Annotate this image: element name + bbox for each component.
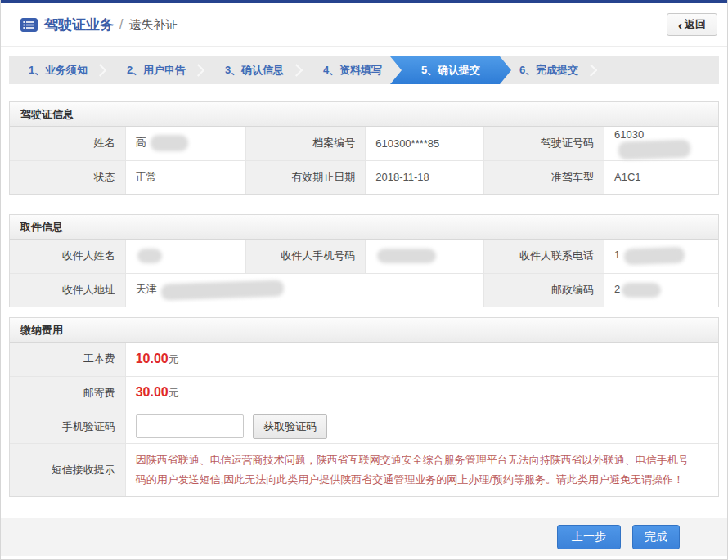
finish-button[interactable]: 完成 [632,525,680,549]
field-label-recipient-mobile: 收件人手机号码 [245,240,365,273]
breadcrumb-divider: / [119,17,123,32]
redacted-value [618,139,691,159]
field-value-expiry-date: 2018-11-18 [366,160,484,194]
list-icon [20,18,38,32]
pickup-info-table: 收件人姓名 收件人手机号码 收件人联系电话 1 收件人地址 天津 邮政编码 2 [10,240,718,307]
redacted-value [160,280,284,300]
field-value-recipient-phone: 1 [604,240,718,273]
step-3-confirm-info: 3、确认信息 [205,56,303,84]
redacted-value [151,135,188,151]
field-value-postage-fee: 30.00元 [125,376,718,410]
payment-section: 缴纳费用 工本费 10.00元 邮寄费 30.00元 手机验证码 获取验证码 短… [9,317,719,497]
table-row: 姓名 高 档案编号 610300****85 驾驶证号码 61030 [10,127,718,160]
table-row: 收件人地址 天津 邮政编码 2 [10,273,718,307]
fee-unit: 元 [169,387,179,399]
table-row: 工本费 10.00元 [10,343,718,376]
page-panel: 驾驶证业务 / 遗失补证 ‹ 返回 1、业务须知 2、用户申告 3、确认信息 4… [0,0,728,560]
field-label-recipient-phone: 收件人联系电话 [483,240,604,273]
wizard-steps: 1、业务须知 2、用户申告 3、确认信息 4、资料填写 5、确认提交 6、完成提… [9,56,719,84]
table-row: 邮寄费 30.00元 [10,376,718,410]
field-label-recipient-name: 收件人姓名 [10,240,125,273]
field-value-license-number: 61030 [604,127,718,160]
chevron-left-icon: ‹ [678,19,682,31]
field-value-recipient-mobile [366,240,484,273]
field-value-production-fee: 10.00元 [125,343,718,376]
action-footer: 上一步 完成 [1,518,727,556]
field-label-name: 姓名 [10,127,125,160]
field-label-postal-code: 邮政编码 [483,273,604,307]
step-4-fill-data: 4、资料填写 [303,56,402,84]
back-button[interactable]: ‹ 返回 [667,13,717,36]
field-label-recipient-address: 收件人地址 [10,273,125,307]
get-sms-code-button[interactable]: 获取验证码 [253,414,327,439]
license-info-table: 姓名 高 档案编号 610300****85 驾驶证号码 61030 状态 正常… [10,127,718,194]
field-value-file-number: 610300****85 [366,127,484,160]
license-info-section: 驾驶证信息 姓名 高 档案编号 610300****85 驾驶证号码 61030… [9,101,719,195]
back-button-label: 返回 [685,17,706,32]
field-label-status: 状态 [10,160,125,194]
field-label-license-number: 驾驶证号码 [483,127,604,160]
fee-unit: 元 [169,353,179,365]
field-value-recipient-name [125,240,245,273]
redacted-value [137,249,162,263]
pickup-section-title: 取件信息 [10,215,718,240]
previous-step-button[interactable]: 上一步 [557,525,621,549]
redacted-value [622,283,661,298]
sms-notice-text: 因陕西省联通、电信运营商技术问题，陕西省互联网交通安全综合服务管理平台无法向持陕… [136,444,718,496]
step-1-business-notes: 1、业务须知 [9,56,107,84]
table-row: 收件人姓名 收件人手机号码 收件人联系电话 1 [10,240,718,273]
steps-filler [598,56,719,84]
license-section-title: 驾驶证信息 [10,102,718,127]
field-value-recipient-address: 天津 [125,273,483,307]
field-sms-notice: 因陕西省联通、电信运营商技术问题，陕西省互联网交通安全综合服务管理平台无法向持陕… [125,443,718,496]
step-2-user-declaration: 2、用户申告 [107,56,205,84]
fee-amount: 10.00 [136,352,169,365]
sms-code-input[interactable] [136,414,244,438]
field-sms-code: 获取验证码 [125,410,718,443]
field-value-postal-code: 2 [604,273,718,307]
payment-section-title: 缴纳费用 [10,318,718,343]
step-6-complete-submit: 6、完成提交 [500,56,598,84]
field-label-vehicle-class: 准驾车型 [483,160,604,194]
field-label-sms-notice: 短信接收提示 [10,443,125,496]
payment-table: 工本费 10.00元 邮寄费 30.00元 手机验证码 获取验证码 短信接收提示… [10,343,718,496]
field-label-postage-fee: 邮寄费 [10,376,125,410]
field-value-name: 高 [125,127,245,160]
field-value-vehicle-class: A1C1 [604,160,718,194]
redacted-value [624,247,685,266]
table-row: 短信接收提示 因陕西省联通、电信运营商技术问题，陕西省互联网交通安全综合服务管理… [10,443,718,496]
field-label-sms-code: 手机验证码 [10,410,125,443]
table-row: 状态 正常 有效期止日期 2018-11-18 准驾车型 A1C1 [10,160,718,194]
page-title: 驾驶证业务 [44,16,114,34]
breadcrumb-current: 遗失补证 [128,17,178,33]
step-5-confirm-submit-active: 5、确认提交 [390,56,511,84]
field-value-status: 正常 [125,160,245,194]
field-label-production-fee: 工本费 [10,343,125,376]
field-label-file-number: 档案编号 [245,127,365,160]
page-header: 驾驶证业务 / 遗失补证 ‹ 返回 [1,3,727,47]
pickup-info-section: 取件信息 收件人姓名 收件人手机号码 收件人联系电话 1 收件人地址 天津 邮政… [9,214,719,307]
fee-amount: 30.00 [136,385,169,399]
redacted-value [377,249,436,263]
field-label-expiry-date: 有效期止日期 [245,160,365,194]
table-row: 手机验证码 获取验证码 [10,410,718,443]
